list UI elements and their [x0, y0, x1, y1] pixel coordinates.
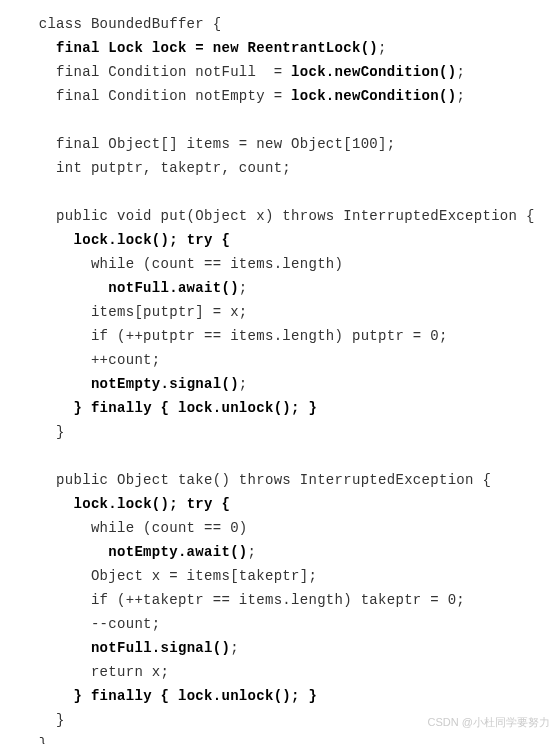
code-segment: notFull.await()	[108, 280, 239, 296]
code-segment: lock.lock();	[74, 496, 178, 512]
code-line: notEmpty.signal();	[30, 372, 560, 396]
code-segment	[30, 496, 74, 512]
code-line: int putptr, takeptr, count;	[30, 156, 560, 180]
code-line: } finally { lock.unlock(); }	[30, 396, 560, 420]
code-line: } finally { lock.unlock(); }	[30, 684, 560, 708]
code-segment: class BoundedBuffer {	[30, 16, 221, 32]
code-segment: ;	[456, 88, 465, 104]
code-line: --count;	[30, 612, 560, 636]
code-line: final Condition notEmpty = lock.newCondi…	[30, 84, 560, 108]
code-line: final Object[] items = new Object[100];	[30, 132, 560, 156]
code-line: ++count;	[30, 348, 560, 372]
code-segment: ;	[456, 64, 465, 80]
code-segment: ;	[248, 544, 257, 560]
code-segment: lock.newCondition()	[291, 64, 456, 80]
code-line	[30, 444, 560, 468]
code-line: public void put(Object x) throws Interru…	[30, 204, 560, 228]
code-line: Object x = items[takeptr];	[30, 564, 560, 588]
code-segment: final Object[] items = new Object[100];	[30, 136, 395, 152]
code-segment: final Condition notEmpty =	[30, 88, 291, 104]
code-segment: items[putptr] = x;	[30, 304, 248, 320]
code-segment	[178, 232, 187, 248]
code-segment: notEmpty.await()	[108, 544, 247, 560]
code-segment: }	[30, 424, 65, 440]
code-segment: lock.newCondition()	[291, 88, 456, 104]
code-segment: if (++putptr == items.length) putptr = 0…	[30, 328, 448, 344]
code-segment	[30, 40, 56, 56]
code-line: if (++putptr == items.length) putptr = 0…	[30, 324, 560, 348]
code-segment	[30, 376, 91, 392]
code-segment: Object x = items[takeptr];	[30, 568, 317, 584]
code-segment: }	[30, 712, 65, 728]
code-line: items[putptr] = x;	[30, 300, 560, 324]
code-line: final Lock lock = new ReentrantLock();	[30, 36, 560, 60]
code-line: while (count == items.length)	[30, 252, 560, 276]
code-segment: try {	[187, 496, 231, 512]
code-segment: ;	[239, 376, 248, 392]
code-segment: notFull.signal()	[91, 640, 230, 656]
code-segment: --count;	[30, 616, 161, 632]
code-segment: } finally { lock.unlock(); }	[74, 688, 318, 704]
code-segment: try {	[187, 232, 231, 248]
code-line: notEmpty.await();	[30, 540, 560, 564]
code-line: notFull.await();	[30, 276, 560, 300]
code-line: final Condition notFull = lock.newCondit…	[30, 60, 560, 84]
code-block: class BoundedBuffer { final Lock lock = …	[30, 12, 560, 744]
code-segment	[30, 280, 108, 296]
code-line: return x;	[30, 660, 560, 684]
code-segment	[30, 640, 91, 656]
code-segment: while (count == items.length)	[30, 256, 343, 272]
code-segment: public void put(Object x) throws Interru…	[30, 208, 535, 224]
code-line: if (++takeptr == items.length) takeptr =…	[30, 588, 560, 612]
code-segment: final Condition notFull =	[30, 64, 291, 80]
code-line: }	[30, 420, 560, 444]
code-segment: final Lock lock = new ReentrantLock()	[56, 40, 378, 56]
code-segment: if (++takeptr == items.length) takeptr =…	[30, 592, 465, 608]
code-segment	[178, 496, 187, 512]
code-line: notFull.signal();	[30, 636, 560, 660]
code-segment	[30, 544, 108, 560]
code-segment: ;	[239, 280, 248, 296]
code-segment: return x;	[30, 664, 169, 680]
code-segment	[30, 400, 74, 416]
code-line: lock.lock(); try {	[30, 492, 560, 516]
code-segment: lock.lock();	[74, 232, 178, 248]
code-segment: ++count;	[30, 352, 161, 368]
code-line: public Object take() throws InterruptedE…	[30, 468, 560, 492]
watermark: CSDN @小杜同学要努力	[428, 710, 550, 734]
code-segment: while (count == 0)	[30, 520, 248, 536]
code-line: lock.lock(); try {	[30, 228, 560, 252]
code-segment: }	[30, 736, 47, 744]
code-segment: ;	[378, 40, 387, 56]
code-segment: notEmpty.signal()	[91, 376, 239, 392]
code-segment: } finally { lock.unlock(); }	[74, 400, 318, 416]
code-line: class BoundedBuffer {	[30, 12, 560, 36]
code-line: while (count == 0)	[30, 516, 560, 540]
code-segment: int putptr, takeptr, count;	[30, 160, 291, 176]
code-segment	[30, 232, 74, 248]
code-line	[30, 180, 560, 204]
code-segment: ;	[230, 640, 239, 656]
code-segment: public Object take() throws InterruptedE…	[30, 472, 491, 488]
code-segment	[30, 688, 74, 704]
code-line	[30, 108, 560, 132]
